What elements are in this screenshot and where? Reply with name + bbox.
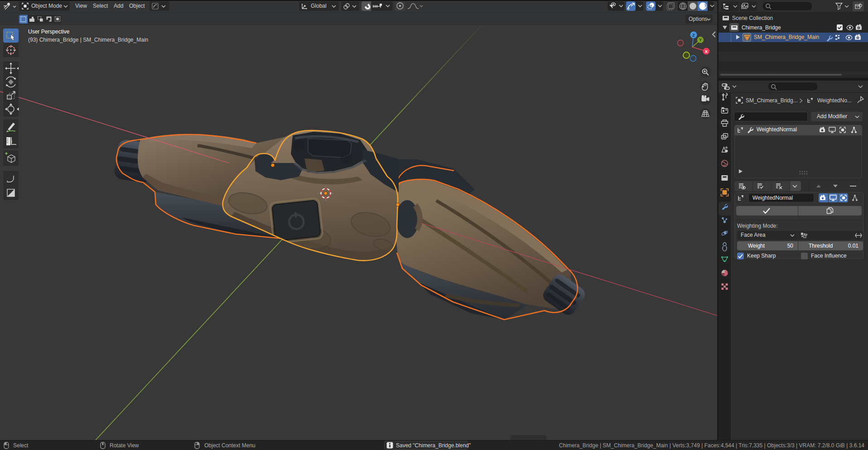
svg-text:Y: Y — [699, 38, 702, 42]
svg-text:X: X — [705, 49, 708, 54]
svg-text:Z: Z — [692, 33, 695, 38]
